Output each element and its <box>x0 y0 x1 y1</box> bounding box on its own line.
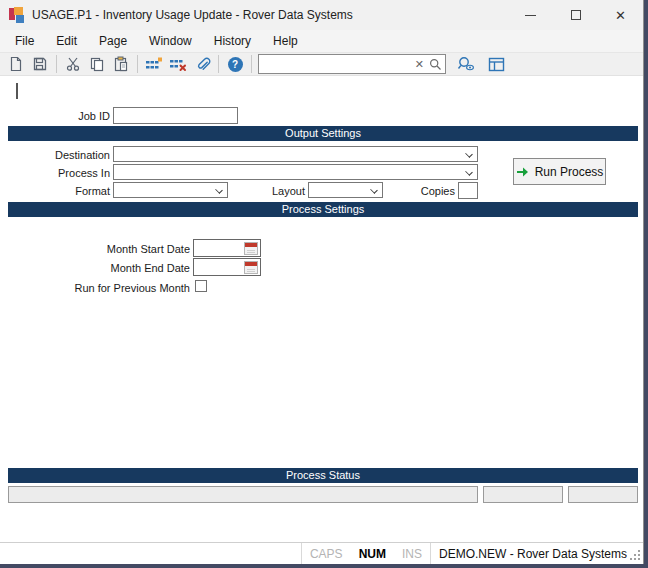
job-id-label: Job ID <box>0 108 110 124</box>
num-indicator: NUM <box>351 543 394 564</box>
chevron-down-icon <box>465 168 473 176</box>
save-button[interactable] <box>28 53 52 75</box>
layout-label: Layout <box>230 183 305 199</box>
paste-icon <box>113 56 129 72</box>
toolbar-separator <box>218 55 219 73</box>
title-bar: USAGE.P1 - Inventory Usage Update - Rove… <box>0 0 643 30</box>
process-in-label: Process In <box>0 165 110 181</box>
month-start-field[interactable] <box>193 239 261 257</box>
menu-file[interactable]: File <box>4 31 45 51</box>
previous-month-label: Run for Previous Month <box>0 280 190 296</box>
minimize-button[interactable] <box>508 0 553 30</box>
toolbar-separator <box>251 55 252 73</box>
help-icon: ? <box>228 57 243 72</box>
chevron-down-icon <box>465 150 473 158</box>
month-start-label: Month Start Date <box>0 241 190 257</box>
attachment-icon <box>194 56 211 73</box>
process-status-field-1 <box>8 486 478 503</box>
app-icon <box>9 7 25 23</box>
process-status-field-3 <box>568 486 638 503</box>
search-box: ✕ <box>258 54 446 74</box>
calendar-icon[interactable] <box>244 242 258 255</box>
paste-button[interactable] <box>109 53 133 75</box>
run-process-button[interactable]: Run Process <box>513 158 606 185</box>
chevron-down-icon <box>215 186 223 194</box>
menu-window[interactable]: Window <box>138 31 203 51</box>
layout-panel-icon <box>488 57 505 72</box>
menu-page[interactable]: Page <box>88 31 138 51</box>
previous-month-checkbox[interactable] <box>195 280 207 292</box>
copies-field <box>458 182 478 199</box>
search-icon[interactable] <box>429 58 442 71</box>
find-preview-icon <box>457 56 475 72</box>
close-icon: ✕ <box>615 9 626 22</box>
form-area: Job ID Output Settings Destination Proce… <box>0 77 643 542</box>
calendar-icon[interactable] <box>244 261 258 274</box>
run-process-label: Run Process <box>535 165 604 179</box>
toolbar-separator <box>137 55 138 73</box>
minimize-icon <box>525 15 536 16</box>
resize-grip[interactable] <box>629 549 641 561</box>
caps-indicator: CAPS <box>302 543 351 564</box>
save-icon <box>32 56 48 72</box>
insert-rows-icon <box>145 56 163 72</box>
run-arrow-icon <box>516 166 529 178</box>
format-label: Format <box>0 183 110 199</box>
window-title: USAGE.P1 - Inventory Usage Update - Rove… <box>32 8 353 22</box>
cut-button[interactable] <box>61 53 85 75</box>
process-in-select[interactable] <box>113 164 478 180</box>
copies-label: Copies <box>385 183 455 199</box>
format-select[interactable] <box>113 182 228 198</box>
new-document-button[interactable] <box>4 53 28 75</box>
ins-indicator: INS <box>394 543 430 564</box>
cut-icon <box>65 56 81 72</box>
search-input[interactable] <box>262 58 415 70</box>
menu-edit[interactable]: Edit <box>45 31 88 51</box>
process-status-field-2 <box>483 486 563 503</box>
text-caret <box>16 83 18 99</box>
layout-select[interactable] <box>308 182 383 198</box>
menu-bar: File Edit Page Window History Help <box>0 30 643 52</box>
menu-history[interactable]: History <box>203 31 262 51</box>
help-button[interactable]: ? <box>223 53 247 75</box>
copy-button[interactable] <box>85 53 109 75</box>
delete-rows-icon <box>169 56 187 72</box>
chevron-down-icon <box>370 186 378 194</box>
toolbar: ? ✕ <box>0 52 643 76</box>
app-window: USAGE.P1 - Inventory Usage Update - Rove… <box>0 0 644 564</box>
month-end-label: Month End Date <box>0 260 190 276</box>
close-button[interactable]: ✕ <box>598 0 643 30</box>
find-preview-button[interactable] <box>454 53 478 75</box>
output-settings-header: Output Settings <box>8 126 638 141</box>
destination-select[interactable] <box>113 146 478 162</box>
destination-label: Destination <box>0 147 110 163</box>
process-status-header: Process Status <box>8 468 638 483</box>
copy-icon <box>89 56 105 72</box>
maximize-icon <box>571 10 581 20</box>
attach-button[interactable] <box>190 53 214 75</box>
status-bar: CAPS NUM INS DEMO.NEW - Rover Data Syste… <box>0 542 643 564</box>
layout-panel-button[interactable] <box>484 53 508 75</box>
delete-rows-button[interactable] <box>166 53 190 75</box>
search-clear-icon[interactable]: ✕ <box>415 58 424 71</box>
job-id-field <box>113 107 238 124</box>
job-id-input[interactable] <box>114 111 237 126</box>
menu-help[interactable]: Help <box>262 31 309 51</box>
copies-input[interactable] <box>459 186 477 201</box>
insert-rows-button[interactable] <box>142 53 166 75</box>
maximize-button[interactable] <box>553 0 598 30</box>
session-label: DEMO.NEW - Rover Data Systems <box>431 543 643 564</box>
toolbar-separator <box>56 55 57 73</box>
process-settings-header: Process Settings <box>8 202 638 217</box>
new-document-icon <box>8 56 24 72</box>
month-end-field[interactable] <box>193 258 261 276</box>
